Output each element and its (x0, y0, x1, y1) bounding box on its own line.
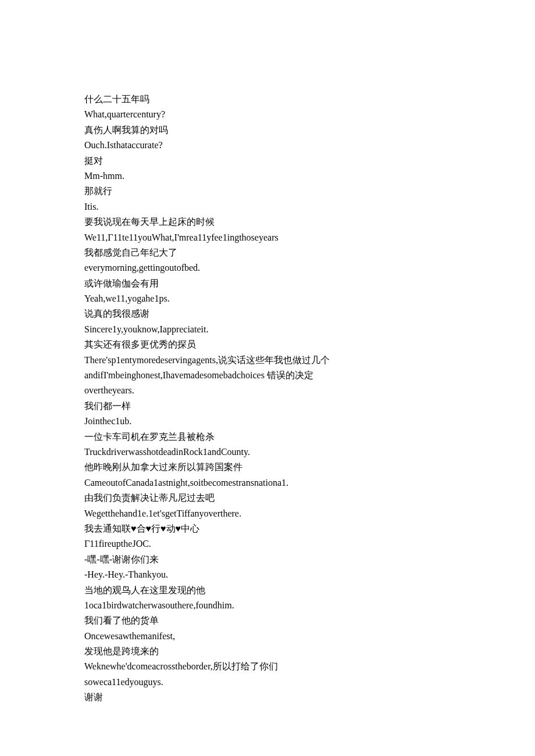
transcript-line: 1oca1birdwatcherwasouthere,foundhim. (84, 598, 451, 613)
transcript-line: There'sp1entymoredeservingagents,说实话这些年我… (84, 353, 451, 368)
transcript-line: Mm-hmm. (84, 169, 451, 184)
transcript-line: 我去通知联♥合♥行♥动♥中心 (84, 521, 451, 536)
transcript-line: 他昨晚刚从加拿大过来所以算跨国案件 (84, 460, 451, 475)
transcript-line: 其实还有很多更优秀的探员 (84, 337, 451, 352)
transcript-line: 谢谢 (84, 690, 451, 705)
transcript-line: Ouch.Isthataccurate? (84, 138, 451, 153)
transcript-line: 我都感觉自己年纪大了 (84, 245, 451, 260)
transcript-line: TruckdriverwasshotdeadinRock1andCounty. (84, 445, 451, 460)
transcript-line: 发现他是跨境来的 (84, 644, 451, 659)
transcript-line: Г11fireuptheJOC. (84, 536, 451, 551)
transcript-line: Oncewesawthemanifest, (84, 629, 451, 644)
transcript-line: CameoutofCanada1astnight,soitbecomestran… (84, 475, 451, 490)
transcript-line: 那就行 (84, 184, 451, 199)
transcript-line: Weknewhe'dcomeacrosstheborder,所以打给了你们 (84, 659, 451, 674)
transcript-line: everymorning,gettingoutofbed. (84, 260, 451, 275)
transcript-line: Yeah,we11,yogahe1ps. (84, 291, 451, 306)
transcript-line: 当地的观鸟人在这里发现的他 (84, 583, 451, 598)
transcript-line: Wegetthehand1e.1et'sgetTiffanyoverthere. (84, 506, 451, 521)
transcript-line: 说真的我很感谢 (84, 306, 451, 321)
transcript-line: 要我说现在每天早上起床的时候 (84, 214, 451, 230)
page: 什么二十五年吗What,quartercentury?真伤人啊我算的对吗Ouch… (0, 0, 535, 756)
transcript-line: -嘿-嘿-谢谢你们来 (84, 552, 451, 567)
transcript-line: 真伤人啊我算的对吗 (84, 123, 451, 138)
transcript-line: -Hey.-Hey.-Thankyou. (84, 567, 451, 582)
transcript-line: 一位卡车司机在罗克兰县被枪杀 (84, 429, 451, 445)
transcript-line: 我们都一样 (84, 399, 451, 414)
transcript-line: We11,Г11te11youWhat,I'mrea11yfee1ingthos… (84, 230, 451, 245)
transcript-line: What,quartercentury? (84, 107, 451, 122)
transcript-line: andifI'mbeinghonest,Ihavemadesomebadchoi… (84, 368, 451, 383)
transcript-line: 我们看了他的货单 (84, 613, 451, 628)
transcript-line: overtheyears. (84, 383, 451, 398)
transcript-line: Jointhec1ub. (84, 414, 451, 429)
transcript-line: 或许做瑜伽会有用 (84, 276, 451, 291)
transcript-line: Sincere1y,youknow,Iappreciateit. (84, 322, 451, 337)
transcript-line: Itis. (84, 199, 451, 214)
transcript-body: 什么二十五年吗What,quartercentury?真伤人啊我算的对吗Ouch… (84, 92, 451, 705)
transcript-line: 什么二十五年吗 (84, 92, 451, 107)
transcript-line: 挺对 (84, 153, 451, 169)
transcript-line: 由我们负责解决让蒂凡尼过去吧 (84, 490, 451, 506)
transcript-line: soweca11edyouguys. (84, 675, 451, 690)
